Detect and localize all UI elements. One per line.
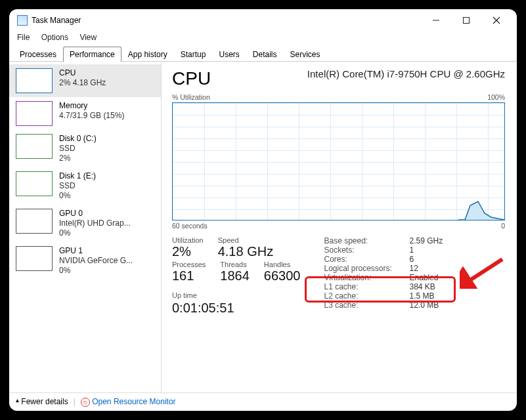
l1-value: 384 KB bbox=[409, 282, 455, 291]
chevron-up-icon: ▾ bbox=[16, 398, 19, 405]
cores-label: Cores: bbox=[324, 255, 409, 264]
threads-label: Threads bbox=[220, 261, 250, 268]
chart-y-max: 100% bbox=[487, 93, 505, 101]
cpu-utilization-chart[interactable] bbox=[172, 102, 505, 220]
gpu1-thumb-icon bbox=[16, 246, 53, 271]
titlebar[interactable]: Task Manager bbox=[9, 9, 517, 32]
sidebar-cpu-title: CPU bbox=[59, 68, 106, 78]
virtualization-label: Virtualization: bbox=[324, 273, 409, 282]
sidebar-cpu-sub: 2% 4.18 GHz bbox=[59, 78, 106, 88]
utilization-label: Utilization bbox=[172, 236, 204, 244]
cpu-details: Base speed:2.59 GHz Sockets:1 Cores:6 Lo… bbox=[324, 236, 455, 316]
tab-startup[interactable]: Startup bbox=[174, 47, 213, 62]
sockets-label: Sockets: bbox=[324, 245, 409, 255]
sidebar-gpu1-sub2: 0% bbox=[59, 266, 133, 276]
speed-value: 4.18 GHz bbox=[218, 244, 273, 259]
handles-label: Handles bbox=[264, 261, 301, 268]
uptime-value: 0:01:05:51 bbox=[172, 301, 300, 316]
handles-value: 66300 bbox=[264, 268, 301, 284]
chart-x-label: 60 seconds bbox=[172, 222, 208, 230]
chart-x-min: 0 bbox=[501, 222, 505, 230]
cores-value: 6 bbox=[409, 255, 455, 264]
sidebar-disk0-sub1: SSD bbox=[59, 144, 97, 154]
chart-y-label: % Utilization bbox=[172, 93, 210, 101]
threads-value: 1864 bbox=[220, 268, 250, 284]
tab-app-history[interactable]: App history bbox=[121, 47, 174, 62]
sidebar-memory-title: Memory bbox=[59, 101, 124, 111]
sidebar-disk1-title: Disk 1 (E:) bbox=[59, 171, 96, 181]
sidebar-disk1-sub1: SSD bbox=[59, 181, 96, 191]
base-speed-value: 2.59 GHz bbox=[409, 236, 455, 245]
tab-details[interactable]: Details bbox=[246, 47, 284, 62]
tab-performance[interactable]: Performance bbox=[63, 47, 121, 62]
sidebar-gpu0-sub2: 0% bbox=[59, 228, 131, 238]
tab-services[interactable]: Services bbox=[284, 47, 327, 62]
minimize-button[interactable] bbox=[421, 10, 451, 30]
menu-file[interactable]: File bbox=[17, 33, 30, 42]
footer-separator: | bbox=[74, 397, 76, 406]
app-icon bbox=[17, 15, 28, 26]
disk1-thumb-icon bbox=[16, 171, 53, 196]
sidebar-disk0-title: Disk 0 (C:) bbox=[59, 134, 97, 144]
menubar: File Options View bbox=[9, 32, 517, 46]
l2-label: L2 cache: bbox=[324, 291, 409, 301]
lproc-value: 12 bbox=[409, 264, 455, 273]
page-title: CPU bbox=[172, 68, 211, 89]
gpu0-thumb-icon bbox=[16, 209, 53, 234]
l3-value: 12.0 MB bbox=[409, 301, 455, 310]
maximize-button[interactable] bbox=[451, 10, 481, 30]
sidebar-gpu0-title: GPU 0 bbox=[59, 209, 131, 219]
sidebar-gpu0-sub1: Intel(R) UHD Grap... bbox=[59, 219, 131, 228]
l2-value: 1.5 MB bbox=[409, 291, 455, 301]
chart-line-icon bbox=[458, 194, 504, 220]
lproc-label: Logical processors: bbox=[324, 264, 409, 273]
open-resource-monitor-link[interactable]: ⦸ Open Resource Monitor bbox=[81, 397, 176, 408]
menu-options[interactable]: Options bbox=[41, 33, 68, 42]
maximize-icon bbox=[462, 16, 470, 24]
sidebar-item-memory[interactable]: Memory 4.7/31.9 GB (15%) bbox=[9, 97, 161, 130]
tab-users[interactable]: Users bbox=[212, 47, 246, 62]
sidebar-item-gpu1[interactable]: GPU 1 NVIDIA GeForce G... 0% bbox=[9, 242, 161, 280]
memory-thumb-icon bbox=[16, 101, 53, 126]
window-title: Task Manager bbox=[32, 16, 81, 25]
cpu-thumb-icon bbox=[16, 68, 53, 93]
sidebar-disk0-sub2: 2% bbox=[59, 154, 97, 163]
sidebar-item-gpu0[interactable]: GPU 0 Intel(R) UHD Grap... 0% bbox=[9, 205, 161, 242]
virtualization-value: Enabled bbox=[409, 273, 455, 282]
l3-label: L3 cache: bbox=[324, 301, 409, 310]
close-button[interactable] bbox=[481, 10, 512, 30]
processes-label: Processes bbox=[172, 261, 206, 268]
sidebar-item-disk1[interactable]: Disk 1 (E:) SSD 0% bbox=[9, 167, 161, 205]
main-panel: CPU Intel(R) Core(TM) i7-9750H CPU @ 2.6… bbox=[162, 62, 517, 392]
svg-rect-1 bbox=[464, 18, 470, 24]
footer: ▾ Fewer details | ⦸ Open Resource Monito… bbox=[9, 392, 517, 411]
speed-label: Speed bbox=[218, 236, 273, 244]
processes-value: 161 bbox=[172, 268, 206, 284]
sidebar-disk1-sub2: 0% bbox=[59, 191, 96, 201]
close-icon bbox=[493, 16, 500, 24]
resource-monitor-icon: ⦸ bbox=[81, 398, 90, 407]
open-resource-monitor-label: Open Resource Monitor bbox=[92, 397, 175, 406]
cpu-model: Intel(R) Core(TM) i7-9750H CPU @ 2.60GHz bbox=[307, 68, 505, 79]
sidebar-memory-sub: 4.7/31.9 GB (15%) bbox=[59, 111, 124, 121]
task-manager-window: Task Manager File Options View Processes… bbox=[9, 9, 517, 411]
base-speed-label: Base speed: bbox=[324, 236, 409, 245]
disk0-thumb-icon bbox=[16, 134, 53, 159]
sidebar-gpu1-title: GPU 1 bbox=[59, 246, 133, 256]
sidebar-gpu1-sub1: NVIDIA GeForce G... bbox=[59, 256, 133, 266]
menu-view[interactable]: View bbox=[79, 33, 97, 42]
utilization-value: 2% bbox=[172, 244, 204, 259]
performance-sidebar: CPU 2% 4.18 GHz Memory 4.7/31.9 GB (15%)… bbox=[9, 62, 162, 392]
sidebar-item-cpu[interactable]: CPU 2% 4.18 GHz bbox=[9, 64, 161, 97]
minimize-icon bbox=[432, 16, 440, 24]
fewer-details-label: Fewer details bbox=[21, 397, 68, 406]
tab-processes[interactable]: Processes bbox=[13, 47, 63, 62]
sockets-value: 1 bbox=[409, 245, 455, 255]
fewer-details-button[interactable]: ▾ Fewer details bbox=[16, 397, 68, 406]
uptime-label: Up time bbox=[172, 291, 300, 299]
sidebar-item-disk0[interactable]: Disk 0 (C:) SSD 2% bbox=[9, 130, 161, 167]
l1-label: L1 cache: bbox=[324, 282, 409, 291]
tabbar: Processes Performance App history Startu… bbox=[9, 46, 517, 62]
